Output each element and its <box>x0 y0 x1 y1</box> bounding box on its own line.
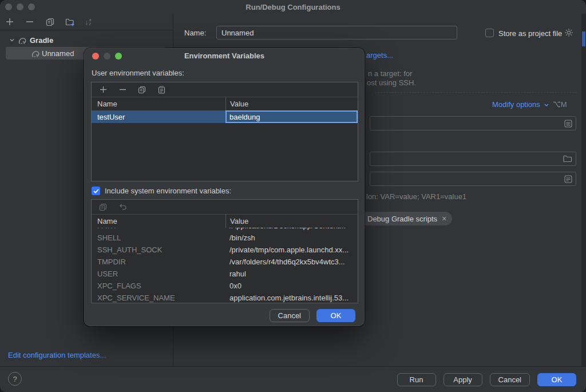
environment-variables-dialog: Environment Variables User environment v… <box>84 48 365 326</box>
dialog-footer-bar: ? Run Apply Cancel OK <box>0 366 586 392</box>
run-button[interactable]: Run <box>397 373 436 386</box>
add-configuration-icon[interactable] <box>5 17 15 27</box>
sidebar-toolbar: ↓az <box>0 14 173 30</box>
user-table-body: testUserbaeldung <box>92 110 358 123</box>
manage-targets-link[interactable]: argets... <box>366 51 393 60</box>
env-vars-hint: lon: VAR=value; VAR1=value1 <box>366 192 466 201</box>
table-row[interactable]: XPC_SERVICE_NAMEapplication.com.jetbrain… <box>92 292 358 304</box>
env-value-cell[interactable]: rahul <box>225 268 358 280</box>
table-header: Name Value <box>92 215 358 228</box>
apply-button[interactable]: Apply <box>444 373 482 386</box>
modify-options-link[interactable]: Modify options <box>492 100 540 109</box>
gradle-icon <box>18 36 27 44</box>
ok-button[interactable]: OK <box>537 373 576 386</box>
option-key-icon <box>553 101 560 108</box>
target-hint-line2: ost using SSH. <box>367 78 416 87</box>
table-row[interactable]: testUserbaeldung <box>92 110 358 123</box>
dialog-titlebar: Environment Variables <box>84 48 365 64</box>
undo-icon[interactable] <box>117 202 128 212</box>
env-value-cell[interactable]: baeldung <box>225 110 358 123</box>
dialog-title: Environment Variables <box>84 52 365 60</box>
window-title: Run/Debug Configurations <box>0 3 586 11</box>
debug-gradle-scripts-tag[interactable]: Debug Gradle scripts × <box>361 212 452 225</box>
working-directory-input[interactable] <box>370 152 576 166</box>
include-system-env-label[interactable]: Include system environment variables: <box>105 187 231 195</box>
expand-list-icon[interactable] <box>564 175 573 184</box>
table-row[interactable]: TMPDIR/var/folders/r4/thd6q2kx5bv4wtc3..… <box>92 256 358 268</box>
store-as-project-file-label: Store as project file <box>498 29 562 38</box>
name-label: Name: <box>184 29 206 37</box>
table-row[interactable]: XPC_FLAGS0x0 <box>92 280 358 292</box>
copy-icon[interactable] <box>137 85 147 95</box>
add-variable-icon[interactable] <box>98 85 108 95</box>
tree-node-label: Gradle <box>30 36 53 45</box>
new-folder-icon[interactable] <box>65 17 75 27</box>
tag-label: Debug Gradle scripts <box>367 215 437 223</box>
table-row[interactable]: USERrahul <box>92 268 358 280</box>
env-name-cell[interactable]: USER <box>92 270 225 278</box>
env-name-cell[interactable]: XPC_FLAGS <box>92 282 225 290</box>
name-column-header[interactable]: Name <box>92 100 225 108</box>
window-edge-strip <box>581 14 586 366</box>
dialog-ok-button[interactable]: OK <box>316 309 355 322</box>
user-env-vars-table: Name Value testUserbaeldung <box>91 82 358 181</box>
edit-configuration-templates-link[interactable]: Edit configuration templates... <box>8 351 106 359</box>
modify-options-shortcut: M <box>553 100 567 109</box>
system-table-body: SHELL/bin/zshSSH_AUTH_SOCK/private/tmp/c… <box>92 232 358 304</box>
env-value-cell[interactable]: /private/tmp/com.apple.launchd.xx... <box>225 244 358 256</box>
env-value-cell[interactable]: application.com.jetbrains.intellij.53... <box>225 292 358 304</box>
user-env-vars-label: User environment variables: <box>92 69 184 77</box>
remove-configuration-icon[interactable] <box>25 17 35 27</box>
env-value-cell[interactable]: /var/folders/r4/thd6q2kx5bv4wtc3... <box>225 256 358 268</box>
env-value-cell[interactable]: /bin/zsh <box>225 232 358 244</box>
cancel-button[interactable]: Cancel <box>490 373 530 386</box>
gradle-icon <box>31 49 40 57</box>
tree-node-label: Unnamed <box>42 49 74 58</box>
env-value-cell[interactable]: 0x0 <box>225 280 358 292</box>
value-column-header[interactable]: Value <box>225 97 358 110</box>
table-row[interactable]: SSH_AUTH_SOCK/private/tmp/com.apple.laun… <box>92 244 358 256</box>
tree-node-gradle[interactable]: Gradle <box>0 34 173 46</box>
name-input-value: Unnamed <box>221 29 254 37</box>
window-titlebar: Run/Debug Configurations <box>0 0 586 14</box>
close-icon[interactable]: × <box>442 214 446 223</box>
env-name-cell[interactable]: testUser <box>92 113 225 121</box>
copy-configuration-icon[interactable] <box>45 17 55 27</box>
copy-icon[interactable] <box>98 202 108 212</box>
env-value-cell: /Applications/Docker.app/Content... <box>225 228 358 232</box>
section-divider <box>375 92 577 93</box>
env-name-cell[interactable]: SHELL <box>92 233 225 242</box>
store-as-project-file-checkbox[interactable] <box>485 29 494 37</box>
table-header: Name Value <box>92 97 358 110</box>
system-table-toolbar <box>92 200 358 215</box>
env-name-cell: PATH <box>92 228 225 230</box>
table-row[interactable]: SHELL/bin/zsh <box>92 232 358 244</box>
clipped-table-row[interactable]: PATH /Applications/Docker.app/Content... <box>92 228 358 232</box>
system-env-vars-table: Name Value PATH /Applications/Docker.app… <box>91 199 358 303</box>
value-column-header[interactable]: Value <box>225 215 358 228</box>
expand-list-icon[interactable] <box>564 119 573 128</box>
name-input[interactable]: Unnamed <box>216 26 457 39</box>
gear-icon[interactable] <box>564 28 573 39</box>
help-icon[interactable]: ? <box>8 372 22 386</box>
run-debug-configurations-window: Run/Debug Configurations ↓az Gradle <box>0 0 586 392</box>
sort-configurations-icon[interactable]: ↓az <box>85 18 91 26</box>
dialog-cancel-button[interactable]: Cancel <box>270 309 310 322</box>
remove-variable-icon[interactable] <box>117 85 128 95</box>
paste-icon[interactable] <box>156 85 167 95</box>
env-name-cell[interactable]: XPC_SERVICE_NAME <box>92 294 225 302</box>
include-system-env-checkbox[interactable] <box>92 187 100 195</box>
chevron-down-icon[interactable] <box>9 37 15 43</box>
check-icon <box>93 189 99 193</box>
user-table-toolbar <box>92 82 358 97</box>
target-hint-line1: n a target: for <box>368 69 412 78</box>
env-name-cell[interactable]: SSH_AUTH_SOCK <box>92 246 225 254</box>
run-options-input[interactable] <box>370 116 576 130</box>
name-column-header[interactable]: Name <box>92 217 225 225</box>
folder-icon[interactable] <box>563 155 573 163</box>
environment-variables-input[interactable] <box>370 172 576 186</box>
env-name-cell[interactable]: TMPDIR <box>92 258 225 266</box>
chevron-down-icon[interactable] <box>544 102 549 108</box>
